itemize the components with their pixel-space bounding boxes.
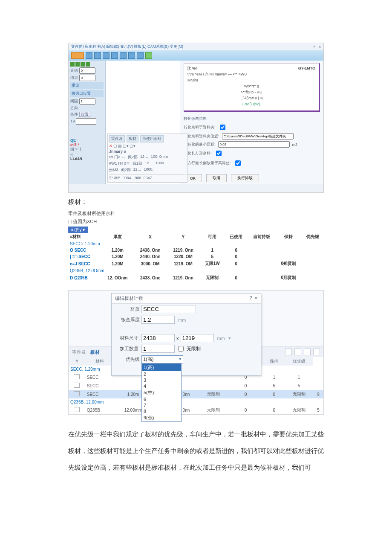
cond-button[interactable]: 设置 bbox=[79, 112, 90, 117]
toolbar-icon[interactable] bbox=[304, 349, 311, 355]
toolbar-icon[interactable] bbox=[313, 349, 320, 355]
priority-dropdown[interactable]: 1(高)2345(中)6789(低) bbox=[141, 363, 182, 422]
cell bbox=[69, 406, 85, 414]
group-row[interactable]: Q235B, 12.00mm bbox=[69, 398, 313, 406]
t9-label: T9 bbox=[70, 119, 75, 123]
size-h-input[interactable] bbox=[181, 334, 214, 342]
cell: 0 bbox=[264, 406, 285, 414]
cell bbox=[69, 390, 85, 398]
mini-icon[interactable] bbox=[70, 62, 75, 67]
form-r4-check[interactable] bbox=[216, 151, 222, 156]
close-icon[interactable]: × bbox=[319, 45, 321, 49]
th-pri: 优先锻 bbox=[301, 233, 324, 241]
priority-option[interactable]: 4 bbox=[142, 383, 181, 389]
priority-select[interactable]: 1(高) ▾ 1(高)2345(中)6789(低) bbox=[141, 355, 183, 363]
gy-ln: ≡w•**t^ g bbox=[187, 84, 315, 88]
tab-remnant[interactable]: 所使用余料 bbox=[140, 135, 164, 142]
close-icon[interactable]: × bbox=[255, 295, 257, 300]
filter-bar[interactable]: u ()²jy▼ bbox=[68, 227, 88, 233]
size-label: 材料尺寸: bbox=[116, 335, 140, 341]
priority-option[interactable]: 6 bbox=[142, 396, 181, 402]
tool-2[interactable] bbox=[94, 52, 101, 59]
group-row[interactable]: SECC₁ 1.20mm bbox=[68, 241, 324, 247]
table-row[interactable]: | =□ SECC1.20M2440. Onn1220. OM50 bbox=[68, 253, 324, 260]
unlimited-check[interactable] bbox=[178, 346, 184, 352]
gy-hdr-l: [l: %r bbox=[187, 66, 197, 70]
start-input[interactable] bbox=[79, 67, 95, 74]
tab-parts[interactable]: 零件及 bbox=[72, 349, 86, 355]
cell: SECC bbox=[85, 373, 115, 381]
tool-3[interactable] bbox=[103, 52, 110, 59]
priority-option[interactable]: 8 bbox=[142, 408, 181, 414]
help-icon[interactable]: ? bbox=[313, 45, 315, 49]
t9-input[interactable] bbox=[76, 118, 96, 125]
panel-icon[interactable]: ▢ bbox=[113, 144, 117, 148]
cell: 1 bbox=[200, 247, 225, 253]
priority-option[interactable]: 9(低) bbox=[142, 414, 181, 421]
canvas-area: 零件及 板材 所使用余料 ✕ ▢ ▤ ▢▾ ▢▾ Jnmary o Mt 门a bbox=[106, 61, 180, 184]
tab-parts[interactable]: 零件及 bbox=[109, 135, 125, 142]
thk-input[interactable] bbox=[141, 316, 175, 324]
cell: 0 bbox=[225, 274, 248, 282]
toolbar-icon[interactable] bbox=[294, 349, 301, 355]
help-icon[interactable]: ? bbox=[249, 295, 252, 300]
table-row[interactable]: Q235B12.00mm219. 0nn无限制00无限制5 bbox=[69, 406, 323, 414]
gy-ln: …¼βm# 0 j % bbox=[187, 96, 315, 100]
tab-sheet[interactable]: 板材 bbox=[90, 349, 100, 355]
table-row[interactable]: D Q235B 12. OOnm2438. One1219. Onn无限制00邢… bbox=[68, 274, 324, 282]
form-r1-check[interactable] bbox=[220, 125, 225, 130]
panel-icon[interactable]: ▤ bbox=[118, 144, 122, 148]
tool-orange[interactable] bbox=[71, 52, 84, 59]
mat-input[interactable] bbox=[141, 305, 196, 313]
table-sub: 口值因为XCH bbox=[68, 218, 324, 225]
reset-button[interactable]: 重设 bbox=[70, 82, 104, 89]
pri-label: 优先级 bbox=[116, 356, 140, 363]
tool-green[interactable] bbox=[145, 52, 152, 59]
mini-icon[interactable] bbox=[86, 62, 90, 67]
cell: e=J SECC bbox=[68, 260, 101, 267]
tool-4[interactable] bbox=[111, 52, 118, 59]
th: # bbox=[69, 357, 85, 366]
priority-option[interactable]: 3 bbox=[142, 377, 181, 383]
cell: 2438. Onn bbox=[134, 247, 167, 253]
group-row[interactable]: Q235B, 12.0Omm bbox=[68, 267, 324, 274]
menu-bar[interactable]: 文件(F) 应用程序(A) 编辑(E) 显示(V) 排版(L) CAM系统(S)… bbox=[69, 43, 323, 50]
form-r2-input[interactable] bbox=[222, 133, 294, 139]
table-row[interactable]: e=J SECC1.20M3000. OM1219. OM无限1W00郑烎制 bbox=[68, 260, 324, 267]
panel-icon[interactable]: ▢▾ bbox=[130, 144, 135, 148]
priority-option[interactable]: 7 bbox=[142, 402, 181, 408]
tool-5[interactable] bbox=[120, 52, 127, 59]
cell bbox=[199, 381, 228, 390]
gap-input[interactable] bbox=[79, 98, 95, 105]
table-row[interactable]: O SECC1.20m2438. Onn1219. Onn10 bbox=[68, 247, 324, 253]
table-row[interactable]: SECC055 bbox=[69, 381, 323, 390]
tool-7[interactable] bbox=[137, 52, 144, 59]
end-input[interactable] bbox=[79, 75, 95, 81]
table-row[interactable]: SECC1.20m219. 0nn无限制00无限制9 bbox=[69, 390, 323, 398]
cell: 2438. One bbox=[134, 274, 167, 282]
size-w-input[interactable] bbox=[141, 334, 175, 342]
cell bbox=[69, 373, 85, 381]
cell: 9 bbox=[313, 390, 323, 398]
panel-icon[interactable]: ✕ bbox=[109, 144, 112, 148]
form-r3-input[interactable] bbox=[218, 141, 290, 148]
mini-icon[interactable] bbox=[75, 62, 80, 67]
mini-icon[interactable] bbox=[81, 62, 85, 67]
form-r4-label: 转化长方形余料: bbox=[184, 151, 212, 156]
priority-option[interactable]: 2 bbox=[142, 371, 181, 377]
th: 优先级 bbox=[285, 357, 313, 366]
execute-button[interactable]: 执行排版 bbox=[231, 174, 259, 182]
form-r5-check[interactable] bbox=[235, 160, 241, 166]
toolbar-icon[interactable] bbox=[285, 349, 292, 355]
tool-6[interactable] bbox=[128, 52, 135, 59]
panel-icon[interactable]: ▢▾ bbox=[123, 144, 129, 148]
priority-option[interactable]: 1(高) bbox=[142, 364, 181, 371]
tool-1[interactable] bbox=[86, 52, 92, 59]
cell: 0 bbox=[264, 390, 285, 398]
th-y: Y bbox=[167, 233, 199, 241]
tab-sheet[interactable]: 板材 bbox=[127, 135, 138, 142]
priority-option[interactable]: 5(中) bbox=[142, 389, 181, 396]
qty-input[interactable] bbox=[141, 345, 175, 353]
dropdown-icon[interactable]: ▾ bbox=[228, 335, 231, 341]
cancel-button[interactable]: 取消 bbox=[206, 174, 227, 182]
